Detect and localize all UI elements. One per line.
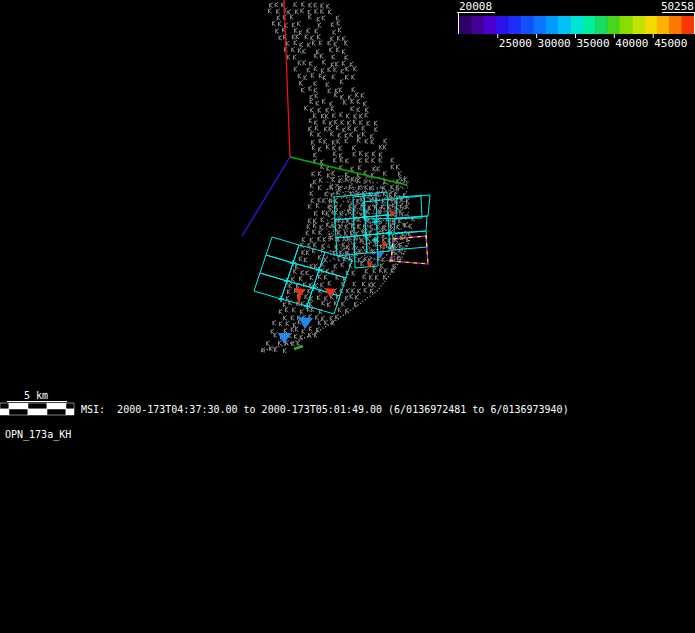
- colorbar-tick-label: 30000: [538, 37, 571, 50]
- visualization-window: 20008 50258 2500030000350004000045000 5 …: [0, 0, 695, 633]
- green-segment-marker: [294, 346, 303, 349]
- colorbar-legend: 20008 50258 2500030000350004000045000: [457, 0, 695, 50]
- scene-svg: 20008 50258 2500030000350004000045000 5 …: [0, 0, 695, 633]
- red-triangle-marker: [294, 288, 306, 297]
- colorbar-tick-label: 35000: [577, 37, 610, 50]
- colorbar-tick-label: 25000: [499, 37, 532, 50]
- render-viewport[interactable]: 20008 50258 2500030000350004000045000 5 …: [0, 0, 695, 633]
- colorbar-tick-label: 40000: [615, 37, 648, 50]
- colorbar-min-label: 20008: [459, 0, 492, 13]
- scale-bar: 5 km: [0, 390, 74, 415]
- colorbar-max-label: 50258: [661, 0, 694, 13]
- scale-bar-label: 5 km: [24, 390, 48, 401]
- msi-time-range-status: MSI: 2000-173T04:37:30.00 to 2000-173T05…: [81, 404, 569, 415]
- axis-blue: [242, 157, 290, 236]
- red-triangle-tail: [297, 296, 301, 307]
- colorbar-tick-label: 45000: [654, 37, 687, 50]
- sequence-name-label: OPN_173a_KH: [5, 429, 71, 441]
